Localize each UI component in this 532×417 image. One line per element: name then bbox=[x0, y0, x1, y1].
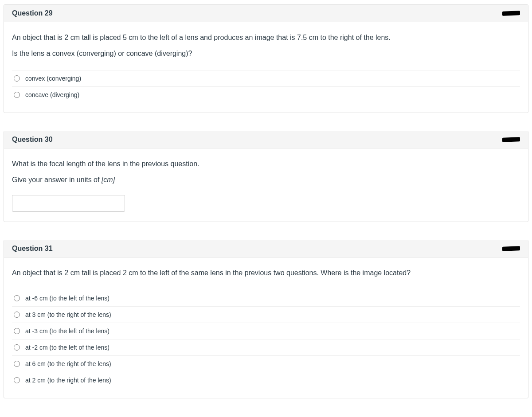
question-block-31: Question 31 An object that is 2 cm tall … bbox=[4, 240, 528, 398]
question-number: Question 30 bbox=[12, 136, 53, 144]
radio-input[interactable] bbox=[14, 295, 20, 301]
unit-italic: [cm] bbox=[102, 176, 115, 183]
question-prompt-line: Is the lens a convex (converging) or con… bbox=[12, 48, 520, 59]
answer-option[interactable]: at 2 cm (to the right of the lens) bbox=[12, 372, 520, 388]
answer-option[interactable]: at 3 cm (to the right of the lens) bbox=[12, 307, 520, 323]
answer-option[interactable]: at 6 cm (to the right of the lens) bbox=[12, 356, 520, 372]
answer-label: at -3 cm (to the left of the lens) bbox=[25, 327, 110, 335]
answer-option[interactable]: at -3 cm (to the left of the lens) bbox=[12, 323, 520, 339]
question-prompt-line: An object that is 2 cm tall is placed 2 … bbox=[12, 267, 520, 279]
question-number: Question 31 bbox=[12, 245, 53, 253]
question-prompt-line: Give your answer in units of [cm] bbox=[12, 174, 520, 186]
question-prompt-line: What is the focal length of the lens in … bbox=[12, 158, 520, 170]
radio-input[interactable] bbox=[14, 75, 20, 82]
question-block-29: Question 29 An object that is 2 cm tall … bbox=[4, 4, 528, 113]
points-redacted-icon bbox=[502, 10, 520, 16]
answer-option[interactable]: convex (converging) bbox=[12, 70, 520, 87]
radio-input[interactable] bbox=[14, 361, 20, 367]
question-header: Question 31 bbox=[4, 240, 528, 257]
radio-input[interactable] bbox=[14, 312, 20, 318]
answer-options: convex (converging) concave (diverging) bbox=[12, 70, 520, 103]
answer-option[interactable]: concave (diverging) bbox=[12, 87, 520, 103]
question-header: Question 30 bbox=[4, 131, 528, 148]
question-prompt-line: An object that is 2 cm tall is placed 5 … bbox=[12, 32, 520, 43]
text-input-container bbox=[12, 195, 520, 212]
answer-option[interactable]: at -6 cm (to the left of the lens) bbox=[12, 290, 520, 307]
radio-input[interactable] bbox=[14, 92, 20, 98]
question-number: Question 29 bbox=[12, 9, 53, 17]
answer-label: at 6 cm (to the right of the lens) bbox=[25, 360, 111, 367]
radio-input[interactable] bbox=[14, 377, 20, 383]
radio-input[interactable] bbox=[14, 328, 20, 334]
answer-options: at -6 cm (to the left of the lens) at 3 … bbox=[12, 290, 520, 388]
answer-label: at 2 cm (to the right of the lens) bbox=[25, 377, 111, 384]
answer-option[interactable]: at -2 cm (to the left of the lens) bbox=[12, 339, 520, 356]
points-redacted-icon bbox=[502, 136, 520, 143]
question-body: An object that is 2 cm tall is placed 5 … bbox=[4, 22, 528, 113]
points-redacted-icon bbox=[502, 246, 520, 252]
question-block-30: Question 30 What is the focal length of … bbox=[4, 131, 528, 222]
answer-label: concave (diverging) bbox=[25, 91, 79, 98]
answer-label: at -2 cm (to the left of the lens) bbox=[25, 344, 110, 351]
answer-label: at -6 cm (to the left of the lens) bbox=[25, 295, 110, 302]
answer-label: at 3 cm (to the right of the lens) bbox=[25, 311, 111, 318]
answer-label: convex (converging) bbox=[25, 75, 81, 82]
answer-text-input[interactable] bbox=[12, 195, 125, 212]
question-body: What is the focal length of the lens in … bbox=[4, 148, 528, 222]
question-body: An object that is 2 cm tall is placed 2 … bbox=[4, 257, 528, 398]
question-header: Question 29 bbox=[4, 5, 528, 22]
radio-input[interactable] bbox=[14, 344, 20, 351]
